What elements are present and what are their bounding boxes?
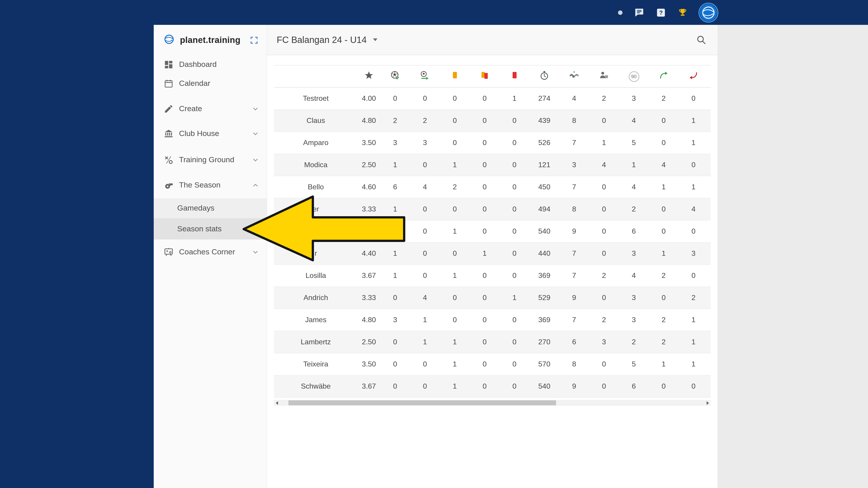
full-90-column-header[interactable]: 90 [619,71,649,82]
app-root: ? planet.training Dashboard [0,0,868,488]
stat-minutes-played: 369 [529,316,559,324]
table-row[interactable]: Schwäbe3.670010054090600 [274,376,711,398]
stat-minutes-played: 440 [529,250,559,258]
stat-rating: 2.50 [358,161,380,169]
stat-minutes-played: 529 [529,294,559,302]
stat-goals: 1 [380,205,410,213]
stat-games-played: 7 [559,139,589,147]
table-row[interactable]: Bello4.606420045070411 [274,176,711,198]
stat-subbed-in: 4 [649,161,679,169]
help-icon[interactable]: ? [656,7,666,18]
minutes-column-header[interactable] [529,70,559,82]
chevron-down-icon [251,248,259,256]
search-icon[interactable] [696,34,707,45]
table-row[interactable]: Teixeira3.500010057080511 [274,353,711,376]
sidebar-item-dashboard[interactable]: Dashboard [154,55,267,74]
sidebar-subitem-season-stats[interactable]: Season stats [154,218,267,239]
goals-icon [390,70,400,82]
coaching-board-icon [164,247,174,257]
stat-goals: 0 [380,94,410,103]
horizontal-scrollbar[interactable] [274,400,711,406]
sidebar-item-label: The Season [179,181,220,190]
stat-yellow-red-cards: 0 [470,227,500,235]
table-row[interactable]: Losilla3.671010036972420 [274,265,711,287]
stat-rating: 3.33 [358,205,380,213]
sidebar-item-create[interactable]: Create [154,99,267,119]
stat-rating: 4.00 [358,94,380,103]
stat-yellow-red-cards: 0 [470,139,500,147]
table-header-row: 90 [274,65,711,88]
stat-assists: 4 [410,183,440,191]
stat-goals: 3 [380,139,410,147]
sidebar-item-coaches-corner[interactable]: Coaches Corner [154,242,267,262]
table-row[interactable]: Lambertz2.500110027063221 [274,331,711,353]
table-row[interactable]: Modica2.501010012134140 [274,154,711,176]
table-row[interactable]: Testroet4.000000127442320 [274,88,711,110]
sub-out-arrow-icon [688,70,699,82]
subbed-in-column-header[interactable] [649,70,679,82]
table-row[interactable]: 010054090600 [274,221,711,242]
table-row[interactable]: er3.331000049480204 [274,198,711,221]
stat-substitute: 0 [589,183,619,191]
yellow-red-card-column-header[interactable] [470,70,500,82]
table-row[interactable]: Amparo3.503300052671501 [274,132,711,154]
red-card-column-header[interactable] [500,70,529,82]
stat-rating: 3.67 [358,271,380,280]
rating-column-header[interactable] [358,70,380,82]
stat-rating: 3.33 [358,294,380,302]
goals-column-header[interactable] [380,70,410,82]
scroll-right-arrow-icon[interactable] [705,400,711,406]
caret-down-icon [373,38,377,41]
stat-full-90-games: 4 [619,183,649,191]
stat-full-90-games: 5 [619,360,649,368]
scrollbar-track[interactable] [280,400,705,406]
table-row[interactable]: Claus4.802200043980401 [274,110,711,132]
sidebar-item-calendar[interactable]: Calendar [154,74,267,93]
main-header: FC Balangan 24 - U14 [267,25,717,55]
collapse-sidebar-icon[interactable] [250,35,258,44]
player-name: Lambertz [274,338,358,346]
table-row[interactable]: r4.401001044070313 [274,242,711,265]
stat-red-cards: 0 [500,117,529,125]
stat-subbed-out: 4 [679,205,708,213]
team-selector[interactable]: FC Balangan 24 - U14 [277,35,377,45]
stat-subbed-out: 0 [679,382,708,390]
account-avatar[interactable] [700,3,717,22]
dashboard-icon [164,60,174,70]
assists-column-header[interactable] [410,70,440,82]
chat-icon[interactable] [634,7,644,18]
stat-full-90-games: 5 [619,139,649,147]
stat-yellow-cards: 0 [440,316,470,324]
stat-subbed-in: 0 [649,139,679,147]
stat-yellow-cards: 0 [440,294,470,302]
stat-goals: 3 [380,316,410,324]
table-row[interactable]: Andrich3.330400152990302 [274,287,711,309]
stat-goals: 0 [380,294,410,302]
sidebar-item-the-season[interactable]: The Season [154,176,267,195]
table-row[interactable]: James4.803100036972321 [274,309,711,331]
stat-subbed-out: 0 [679,227,708,235]
stat-goals: 1 [380,161,410,169]
stat-subbed-in: 1 [649,183,679,191]
status-dot-icon [618,10,622,15]
sidebar-item-training-ground[interactable]: Training Ground [154,151,267,169]
player-name: r [274,250,358,258]
sidebar-subitem-gamedays[interactable]: Gamedays [154,198,267,218]
sidebar-item-label: Club House [179,129,219,138]
stat-red-cards: 1 [500,94,529,103]
subbed-out-column-header[interactable] [679,70,708,82]
stat-minutes-played: 121 [529,161,559,169]
stopwatch-icon [539,70,549,82]
stat-yellow-red-cards: 0 [470,94,500,103]
scrollbar-thumb[interactable] [288,400,556,405]
stat-games-played: 9 [559,382,589,390]
scroll-left-arrow-icon[interactable] [274,400,280,406]
stat-goals: 0 [380,360,410,368]
yellow-card-column-header[interactable] [440,70,470,82]
substitute-column-header[interactable] [589,70,619,82]
stat-assists: 0 [410,271,440,280]
sidebar-item-club-house[interactable]: Club House [154,124,267,143]
trophy-icon[interactable] [678,7,688,18]
stat-assists: 0 [410,227,440,235]
games-column-header[interactable] [559,70,589,82]
